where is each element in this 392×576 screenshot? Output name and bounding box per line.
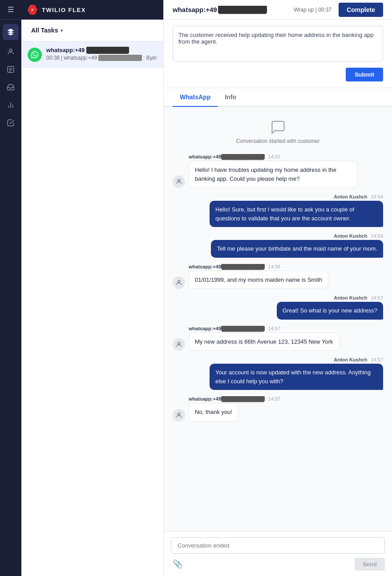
message-row: Anton Kushch 14:57 Great! So what is you… [173, 295, 383, 320]
sidebar-icon-person[interactable] [3, 44, 19, 60]
sidebar-icon-inbox[interactable] [3, 79, 19, 95]
bubble-header: whatsapp:+49████████████ 14:57 [189, 326, 280, 331]
conversation-start: Conversation started with customer [173, 116, 383, 144]
sidebar-icon-list[interactable] [3, 61, 19, 77]
message-bubble: Your account is now updated with the new… [210, 364, 383, 390]
bubble-header: whatsapp:+49████████████ 14:52 [189, 154, 280, 159]
task-meta: 00:38 | whatsapp:+49███████████: Bye! [46, 55, 157, 61]
avatar [173, 276, 185, 289]
avatar [173, 338, 185, 351]
message-row: Anton Kushch 14:54 Tell me please your b… [173, 233, 383, 258]
message-bubble: Hello! I have troubles updating my home … [189, 161, 358, 188]
svg-point-11 [178, 280, 180, 283]
task-item[interactable]: whatsapp:+49██████████ 00:38 | whatsapp:… [21, 41, 163, 68]
task-panel: F TWILIO FLEX All Tasks ▾ whatsapp:+49██… [21, 0, 164, 576]
message-input[interactable] [171, 537, 385, 554]
message-row: Anton Kushch 14:57 Your account is now u… [173, 357, 383, 390]
task-contact-name: whatsapp:+49██████████ [46, 47, 157, 53]
contact-info: whatsapp:+49██████████ [173, 6, 267, 13]
message-row: whatsapp:+49████████████ 14:57 No, thank… [173, 396, 383, 422]
message-row: Anton Kushch 14:54 Hello! Sure, but firs… [173, 194, 383, 227]
tab-whatsapp[interactable]: WhatsApp [173, 88, 218, 107]
app-name: TWILIO FLEX [42, 7, 86, 13]
sidebar-icon-chart[interactable] [3, 97, 19, 113]
sidebar-icon-tasks[interactable] [3, 115, 19, 131]
message-bubble: My new address is 66th Avenue 123, 12345… [189, 333, 339, 351]
bubble-wrap: Anton Kushch 14:54 Tell me please your b… [211, 233, 383, 258]
svg-point-12 [178, 342, 180, 345]
tabs-bar: WhatsApp Info [164, 88, 392, 107]
message-row: whatsapp:+49████████████ 14:57 My new ad… [173, 326, 383, 351]
conversation-start-text: Conversation started with customer [236, 138, 319, 144]
message-row: whatsapp:+49████████████ 14:52 Hello! I … [173, 154, 383, 188]
summary-textarea[interactable]: The customer received help updating thei… [173, 26, 383, 61]
conversation-start-icon [270, 119, 286, 135]
tab-info[interactable]: Info [218, 88, 243, 107]
svg-point-10 [178, 179, 180, 182]
bubble-wrap: Anton Kushch 14:57 Great! So what is you… [277, 295, 383, 320]
bubble-wrap: Anton Kushch 14:57 Your account is now u… [210, 357, 383, 390]
task-details: whatsapp:+49██████████ 00:38 | whatsapp:… [46, 47, 157, 61]
contact-name: whatsapp:+49██████████ [173, 6, 267, 13]
bubble-wrap: whatsapp:+49████████████ 14:57 My new ad… [189, 326, 339, 351]
bubble-wrap: whatsapp:+49████████████ 14:52 Hello! I … [189, 154, 358, 188]
svg-text:F: F [32, 8, 34, 12]
avatar [173, 175, 185, 188]
complete-button[interactable]: Complete [339, 3, 383, 17]
bubble-wrap: Anton Kushch 14:54 Hello! Sure, but firs… [210, 194, 383, 227]
bubble-header: Anton Kushch 14:54 [334, 233, 383, 239]
bubble-header: Anton Kushch 14:54 [334, 194, 383, 199]
filter-label: All Tasks [31, 27, 58, 34]
main-panel: whatsapp:+49██████████ Wrap up | 00:37 C… [164, 0, 392, 576]
task-filter-bar: All Tasks ▾ [21, 20, 163, 41]
send-button[interactable]: Send [355, 558, 385, 571]
bubble-wrap: whatsapp:+49████████████ 14:57 No, thank… [189, 396, 280, 422]
message-bubble: 01/01/1999, and my moms maiden name is S… [189, 271, 328, 289]
hamburger-icon[interactable]: ☰ [8, 5, 14, 14]
svg-point-0 [9, 49, 12, 52]
bubble-header: whatsapp:+49████████████ 14:57 [189, 396, 280, 402]
all-tasks-filter[interactable]: All Tasks ▾ [28, 25, 66, 36]
submit-button[interactable]: Submit [346, 68, 383, 81]
message-bubble: Great! So what is your new address? [277, 302, 383, 320]
avatar [173, 409, 185, 422]
chat-area: Conversation started with customer whats… [164, 107, 392, 531]
message-bubble: Hello! Sure, but first I would like to a… [210, 201, 383, 227]
sidebar [0, 20, 21, 576]
task-panel-nav: F TWILIO FLEX [21, 0, 163, 20]
whatsapp-task-icon [28, 48, 42, 62]
message-row: whatsapp:+49████████████ 14:56 01/01/199… [173, 264, 383, 289]
top-bar: whatsapp:+49██████████ Wrap up | 00:37 C… [164, 0, 392, 20]
sidebar-icon-layers[interactable] [3, 24, 19, 40]
message-bubble: No, thank you! [189, 403, 238, 422]
bubble-header: whatsapp:+49████████████ 14:56 [189, 264, 280, 269]
message-bubble: Tell me please your birthdate and the ma… [211, 240, 383, 258]
wrapup-info: Wrap up | 00:37 [294, 7, 331, 13]
summary-section: The customer received help updating thei… [164, 20, 392, 88]
wrapup-and-complete: Wrap up | 00:37 Complete [294, 3, 383, 17]
svg-point-13 [178, 413, 180, 415]
chevron-down-icon: ▾ [61, 28, 63, 33]
bubble-header: Anton Kushch 14:57 [334, 295, 383, 300]
input-area: 📎 Send [164, 531, 392, 576]
bubble-header: Anton Kushch 14:57 [334, 357, 383, 362]
top-nav-bar: ☰ [0, 0, 21, 20]
attach-icon[interactable]: 📎 [171, 557, 184, 571]
bubble-wrap: whatsapp:+49████████████ 14:56 01/01/199… [189, 264, 328, 289]
